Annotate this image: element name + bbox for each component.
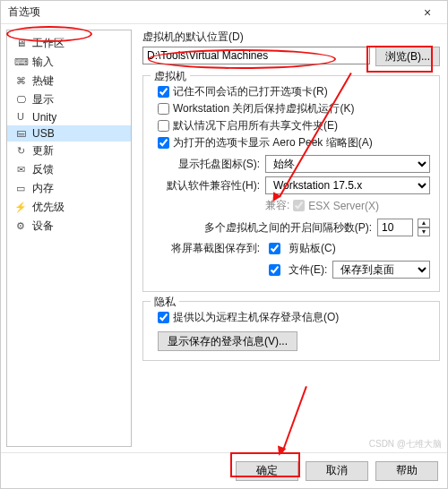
help-button[interactable]: 帮助 — [375, 461, 438, 481]
sidebar-item-label: 热键 — [32, 73, 54, 89]
sidebar-item-label: Unity — [32, 111, 56, 124]
spin-up-icon[interactable]: ▲ — [418, 219, 430, 227]
sidebar-item-label: 显示 — [32, 92, 54, 107]
show-credentials-button[interactable]: 显示保存的登录信息(V)... — [158, 331, 297, 351]
sidebar-item-5[interactable]: 🖴USB — [7, 125, 131, 142]
aero-peek-label: 为打开的选项卡显示 Aero Peek 缩略图(A) — [173, 135, 373, 150]
sidebar-item-label: 工作区 — [32, 36, 65, 51]
file-checkbox[interactable] — [269, 264, 280, 276]
sidebar-item-8[interactable]: ▭内存 — [7, 179, 131, 198]
esx-checkbox — [293, 200, 305, 211]
remember-tabs-label: 记住不同会话的已打开选项卡(R) — [173, 84, 328, 99]
sidebar-item-label: 内存 — [32, 181, 54, 196]
default-location-label: 虚拟机的默认位置(D) — [142, 30, 440, 45]
sidebar-item-4[interactable]: UUnity — [7, 109, 131, 125]
compat-sub-label: 兼容: — [265, 198, 289, 213]
screenshot-label: 将屏幕截图保存到: — [152, 241, 260, 256]
sidebar-item-9[interactable]: ⚡优先级 — [7, 198, 131, 217]
sidebar-item-10[interactable]: ⚙设备 — [7, 217, 131, 236]
privacy-group-title: 隐私 — [151, 295, 179, 310]
sidebar-item-label: USB — [32, 127, 55, 140]
spin-down-icon[interactable]: ▼ — [418, 227, 430, 236]
sidebar-item-label: 更新 — [32, 143, 54, 159]
cancel-button[interactable]: 取消 — [306, 461, 368, 481]
sidebar-icon: ⚡ — [14, 202, 27, 214]
default-location-input[interactable] — [142, 47, 370, 64]
ok-button[interactable]: 确定 — [236, 461, 298, 481]
tray-label: 显示托盘图标(S): — [152, 157, 260, 172]
sidebar-icon: ▭ — [14, 183, 27, 195]
aero-peek-checkbox[interactable] — [158, 137, 169, 149]
sidebar-icon: ↻ — [14, 145, 27, 158]
compat-label: 默认软件兼容性(H): — [152, 178, 260, 193]
window-title: 首选项 — [8, 4, 413, 20]
privacy-label: 提供以为远程主机保存登录信息(O) — [173, 310, 339, 325]
clipboard-checkbox[interactable] — [269, 243, 280, 254]
sidebar-icon: ⌘ — [14, 75, 27, 88]
sidebar-icon: 🖵 — [14, 94, 27, 107]
clipboard-label: 剪贴板(C) — [289, 241, 336, 256]
sidebar-item-label: 反馈 — [32, 162, 54, 177]
close-icon[interactable]: × — [413, 2, 442, 23]
sidebar-item-0[interactable]: 🖥工作区 — [7, 34, 131, 53]
tray-select[interactable]: 始终 — [265, 155, 430, 173]
file-dest-select[interactable]: 保存到桌面 — [332, 261, 430, 279]
sidebar-item-1[interactable]: ⌨输入 — [7, 53, 131, 72]
privacy-checkbox[interactable] — [158, 312, 169, 323]
sidebar-item-label: 优先级 — [32, 200, 65, 215]
compat-select[interactable]: Workstation 17.5.x — [265, 176, 430, 194]
remember-tabs-checkbox[interactable] — [158, 86, 169, 98]
browse-button[interactable]: 浏览(B)... — [375, 47, 440, 66]
sidebar-item-2[interactable]: ⌘热键 — [7, 72, 131, 90]
sidebar-icon: U — [14, 111, 27, 124]
sidebar: 🖥工作区⌨输入⌘热键🖵显示UUnity🖴USB↻更新✉反馈▭内存⚡优先级⚙设备 — [6, 30, 132, 447]
keep-running-label: Workstation 关闭后保持虚拟机运行(K) — [173, 101, 354, 116]
delay-label: 多个虚拟机之间的开启间隔秒数(P): — [152, 220, 372, 236]
keep-running-checkbox[interactable] — [158, 103, 169, 115]
sidebar-icon: ✉ — [14, 164, 27, 176]
sidebar-item-6[interactable]: ↻更新 — [7, 142, 131, 160]
shared-folders-checkbox[interactable] — [158, 120, 169, 132]
sidebar-icon: 🖴 — [14, 127, 27, 140]
esx-label: ESX Server(X) — [308, 200, 379, 212]
sidebar-item-7[interactable]: ✉反馈 — [7, 160, 131, 179]
sidebar-icon: 🖥 — [14, 38, 27, 50]
delay-input[interactable] — [377, 219, 413, 236]
sidebar-item-label: 输入 — [32, 55, 54, 70]
sidebar-item-3[interactable]: 🖵显示 — [7, 90, 131, 109]
file-label: 文件(E): — [289, 262, 327, 278]
sidebar-item-label: 设备 — [32, 219, 54, 234]
sidebar-icon: ⚙ — [14, 220, 27, 233]
sidebar-icon: ⌨ — [14, 56, 27, 69]
shared-folders-label: 默认情况下启用所有共享文件夹(E) — [173, 118, 338, 133]
vm-group-title: 虚拟机 — [151, 69, 190, 84]
